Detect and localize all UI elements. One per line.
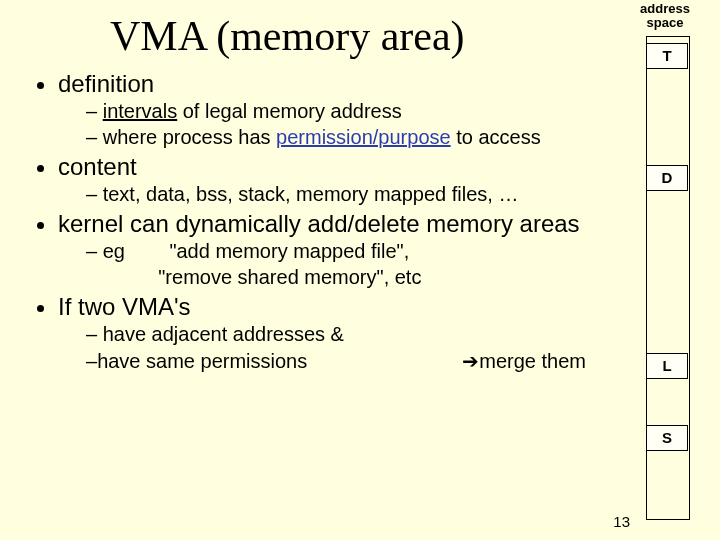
def-sub-2: where process has permission/purpose to … bbox=[86, 126, 630, 149]
content-sub-1: text, data, bss, stack, memory mapped fi… bbox=[86, 183, 630, 206]
def-sub-2-b: permission/purpose bbox=[276, 126, 451, 148]
segment-lib: L bbox=[646, 353, 688, 379]
def-sub-2-c: to access bbox=[451, 126, 541, 148]
def-sub-1: intervals of legal memory address bbox=[86, 100, 630, 123]
def-sub-1-emph: intervals bbox=[103, 100, 177, 122]
bullet-kernel: kernel can dynamically add/delete memory… bbox=[58, 210, 630, 289]
segment-data: D bbox=[646, 165, 688, 191]
segment-stack: S bbox=[646, 425, 688, 451]
bullet-kernel-text: kernel can dynamically add/delete memory… bbox=[58, 210, 580, 237]
def-sub-1-rest: of legal memory address bbox=[177, 100, 402, 122]
slide-title: VMA (memory area) bbox=[0, 0, 720, 64]
iftwo-sub-2: have same permissions ➔ merge them bbox=[86, 349, 630, 373]
kernel-quote-2: "remove shared memory", etc bbox=[158, 266, 421, 288]
page-number: 13 bbox=[613, 513, 630, 530]
address-space-label: address space bbox=[628, 2, 702, 29]
kernel-quote-2-row: "remove shared memory", etc bbox=[86, 266, 630, 289]
bullet-content-text: content bbox=[58, 153, 137, 180]
arrow-icon: ➔ bbox=[462, 349, 479, 373]
merge-text: merge them bbox=[479, 350, 586, 373]
bullet-definition-text: definition bbox=[58, 70, 154, 97]
def-sub-2-a: where process has bbox=[103, 126, 276, 148]
slide-body: definition intervals of legal memory add… bbox=[0, 64, 720, 373]
bullet-content: content text, data, bss, stack, memory m… bbox=[58, 153, 630, 206]
address-space-diagram: T D L S bbox=[646, 36, 690, 520]
kernel-sub-eg: eg "add memory mapped file", bbox=[86, 240, 630, 263]
bullet-definition: definition intervals of legal memory add… bbox=[58, 70, 630, 149]
iftwo-sub-2-text: have same permissions bbox=[97, 350, 307, 373]
bullet-iftwo-text: If two VMA's bbox=[58, 293, 191, 320]
iftwo-sub-1: have adjacent addresses & bbox=[86, 323, 630, 346]
kernel-eg-label: eg bbox=[103, 240, 125, 262]
segment-text: T bbox=[646, 43, 688, 69]
kernel-quote-1: "add memory mapped file", bbox=[169, 240, 409, 262]
bullet-iftwo: If two VMA's have adjacent addresses & h… bbox=[58, 293, 630, 373]
